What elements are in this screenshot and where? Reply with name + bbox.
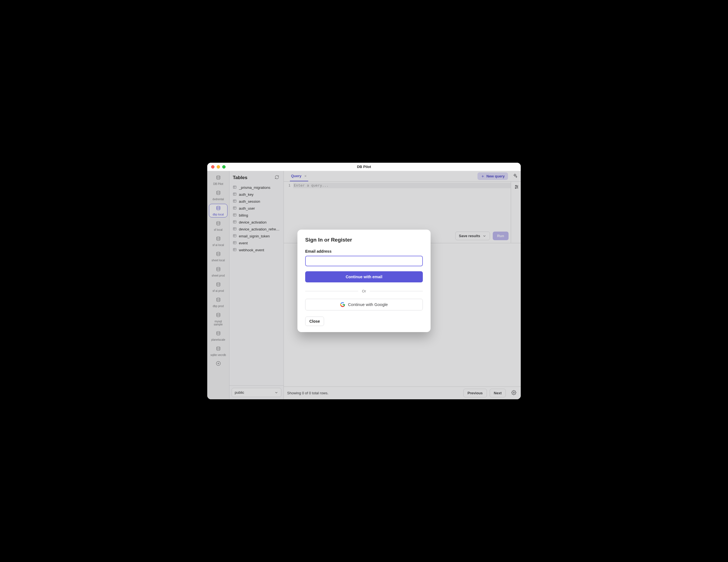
- continue-email-button[interactable]: Continue with email: [305, 271, 423, 283]
- window-maximize-icon[interactable]: [222, 165, 226, 168]
- or-label: Or: [362, 289, 366, 293]
- close-label: Close: [309, 319, 320, 324]
- email-label: Email address: [305, 249, 423, 253]
- modal-overlay[interactable]: Sign In or Register Email address Contin…: [207, 171, 521, 399]
- window-title: DB Pilot: [207, 165, 521, 169]
- continue-email-label: Continue with email: [346, 274, 382, 279]
- window-close-icon[interactable]: [211, 165, 214, 168]
- modal-close-button[interactable]: Close: [305, 317, 324, 326]
- or-separator: Or: [305, 289, 423, 293]
- window-controls: [211, 165, 226, 168]
- signin-modal: Sign In or Register Email address Contin…: [297, 229, 431, 332]
- modal-title: Sign In or Register: [305, 237, 423, 243]
- window-minimize-icon[interactable]: [217, 165, 220, 168]
- app-window: DB Pilot DB Pilotdvdrentaldbp localsf lo…: [207, 163, 521, 399]
- google-logo-icon: [340, 302, 345, 307]
- email-input[interactable]: [305, 256, 423, 266]
- titlebar: DB Pilot: [207, 163, 521, 171]
- continue-google-label: Continue with Google: [348, 302, 388, 307]
- continue-google-button[interactable]: Continue with Google: [305, 299, 423, 311]
